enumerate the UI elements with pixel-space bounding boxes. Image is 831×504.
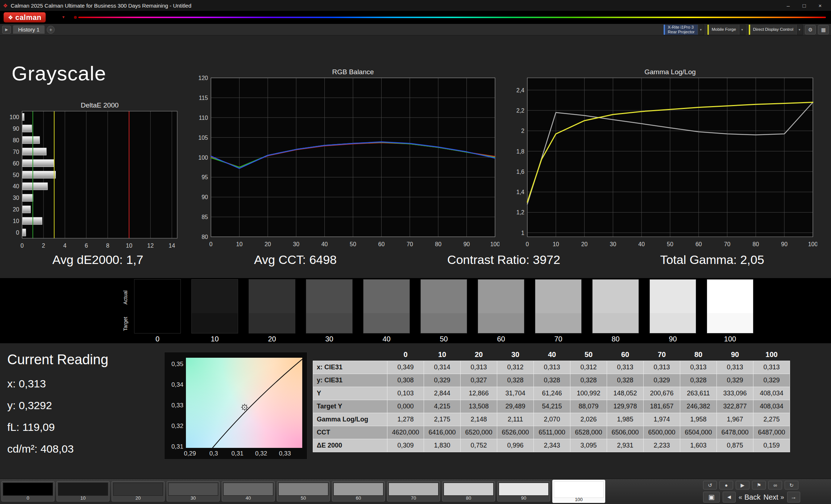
- svg-text:2: 2: [42, 243, 45, 249]
- pattern-level-label: 70: [387, 495, 440, 501]
- logo-caret-icon[interactable]: ▾: [62, 14, 65, 20]
- svg-text:105: 105: [198, 135, 208, 141]
- device-label-line1: Mobile Forge: [712, 27, 736, 32]
- device-selector-1[interactable]: X-Rite i1Pro 3Rear Projector▾: [663, 24, 704, 35]
- swatch-box: [191, 279, 238, 333]
- calman-logo[interactable]: ❖ calman: [4, 12, 46, 22]
- table-cell: 6526,000: [497, 426, 534, 439]
- pattern-button-0[interactable]: 0: [1, 481, 54, 501]
- pattern-level-label: 30: [167, 495, 219, 501]
- grayscale-swatch: 0: [134, 279, 181, 343]
- flag-button[interactable]: ⚑: [752, 481, 766, 490]
- infinity-button[interactable]: ∞: [768, 481, 782, 490]
- add-tab-button[interactable]: +: [47, 26, 55, 34]
- svg-text:2,4: 2,4: [516, 87, 524, 93]
- chevron-down-icon[interactable]: ▾: [698, 25, 704, 35]
- swatch-actual: [249, 280, 295, 313]
- table-cell: 6487,000: [753, 426, 790, 439]
- swatch-box: [420, 279, 467, 333]
- device-selector-2[interactable]: Mobile Forge▾: [707, 24, 745, 35]
- table-column-header: 20: [461, 348, 497, 361]
- reading-cdm2: cd/m²: 408,03: [7, 443, 163, 455]
- swatch-box: [306, 279, 353, 333]
- swatch-level-label: 90: [649, 335, 696, 343]
- pattern-level-label: 40: [222, 495, 274, 501]
- maximize-button[interactable]: □: [796, 0, 812, 10]
- svg-text:20: 20: [13, 206, 19, 213]
- refresh-button[interactable]: ↻: [785, 481, 798, 490]
- pattern-button-30[interactable]: 30: [167, 481, 220, 501]
- next-button[interactable]: Next »: [763, 493, 784, 501]
- swatch-level-label: 20: [249, 335, 295, 343]
- table-cell: 0,349: [387, 361, 424, 374]
- pattern-window-button[interactable]: ▣: [703, 492, 720, 503]
- chevron-down-icon[interactable]: ▾: [796, 25, 802, 35]
- audio-button[interactable]: ◄: [723, 492, 736, 503]
- svg-text:2: 2: [521, 128, 524, 134]
- row-label: x: CIE31: [313, 361, 387, 374]
- swatch-target: [306, 313, 352, 333]
- svg-text:0: 0: [21, 243, 24, 249]
- table-cell: 0,328: [534, 374, 570, 387]
- table-column-header: 80: [680, 348, 717, 361]
- svg-text:10: 10: [126, 243, 132, 249]
- chevron-down-icon[interactable]: ▾: [739, 25, 745, 35]
- pattern-button-20[interactable]: 20: [112, 481, 165, 501]
- table-cell: 6520,000: [461, 426, 497, 439]
- svg-text:4: 4: [63, 243, 67, 249]
- table-cell: 6500,000: [644, 426, 680, 439]
- grayscale-swatch: 70: [535, 279, 582, 343]
- table-cell: 408,034: [753, 400, 790, 413]
- pattern-button-10[interactable]: 10: [57, 481, 109, 501]
- table-cell: 0,313: [680, 361, 717, 374]
- row-label: Y: [313, 387, 387, 400]
- loop-icon: ↺: [708, 482, 712, 488]
- pattern-button-60[interactable]: 60: [332, 481, 385, 501]
- pattern-button-90[interactable]: 90: [497, 481, 550, 501]
- transport-main-buttons: ▣ ◄ « Back Next » →: [703, 491, 800, 503]
- svg-text:20: 20: [581, 241, 588, 247]
- pattern-button-40[interactable]: 40: [222, 481, 275, 501]
- record-button[interactable]: ●: [719, 481, 733, 490]
- grayscale-swatch-strip: Actual Target 0102030405060708090100: [0, 278, 831, 343]
- table-row: x: CIE310,3490,3140,3130,3120,3130,3120,…: [313, 361, 790, 374]
- svg-text:1,8: 1,8: [516, 148, 524, 155]
- swatch-target: [249, 313, 295, 333]
- play-button[interactable]: ▶: [736, 481, 749, 490]
- total-gamma-stat: Total Gamma: 2,05: [631, 253, 794, 267]
- table-cell: 2,233: [644, 439, 680, 452]
- pattern-button-100[interactable]: 100: [552, 480, 605, 503]
- gear-icon: ⚙: [808, 27, 813, 33]
- record-icon: ●: [725, 482, 728, 488]
- close-button[interactable]: ×: [812, 0, 828, 10]
- table-cell: 0,159: [753, 439, 790, 452]
- layout-button[interactable]: ▦: [818, 25, 829, 34]
- settings-gear-button[interactable]: ⚙: [805, 25, 816, 34]
- spectrum-dot: [74, 16, 77, 19]
- table-cell: 0,103: [387, 387, 424, 400]
- table-cell: 0,309: [387, 439, 424, 452]
- device-selector-3[interactable]: Direct Display Control▾: [748, 24, 803, 35]
- svg-text:70: 70: [13, 149, 19, 155]
- pattern-swatch: [499, 483, 549, 496]
- pattern-button-70[interactable]: 70: [387, 481, 440, 501]
- row-label: y: CIE31: [313, 374, 387, 387]
- row-label: Gamma Log/Log: [313, 413, 387, 426]
- back-button[interactable]: « Back: [739, 493, 760, 501]
- advance-button[interactable]: →: [787, 492, 800, 503]
- minimize-button[interactable]: –: [780, 0, 796, 10]
- table-column-header: 10: [424, 348, 461, 361]
- collapse-arrow-button[interactable]: ▶: [2, 26, 11, 34]
- loop-button[interactable]: ↺: [703, 481, 717, 490]
- cie-overlay: [186, 358, 302, 448]
- swatch-box: [649, 279, 696, 333]
- tab-history-1[interactable]: History 1: [13, 25, 45, 34]
- table-cell: 2,343: [534, 439, 570, 452]
- grayscale-swatch: 10: [191, 279, 238, 343]
- pattern-button-50[interactable]: 50: [277, 481, 330, 501]
- cie-xtick-label: 0,32: [252, 450, 270, 457]
- svg-text:50: 50: [350, 241, 356, 247]
- cie-chart-panel: 0,310,320,330,340,350,290,30,310,320,33: [164, 352, 307, 459]
- pattern-button-80[interactable]: 80: [442, 481, 495, 501]
- table-cell: 0,000: [387, 400, 424, 413]
